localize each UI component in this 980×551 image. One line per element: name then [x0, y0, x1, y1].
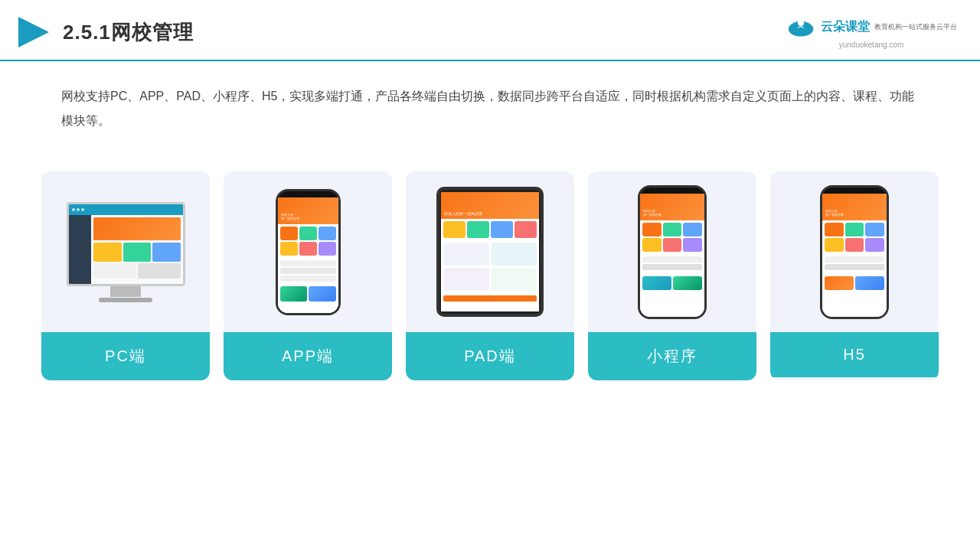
header-left: 2.5.1网校管理: [15, 14, 194, 51]
pc-monitor: [67, 202, 185, 302]
logo-url: yunduoketang.com: [839, 41, 904, 49]
card-h5: 职途人的第一堂风控课: [770, 171, 939, 380]
card-h5-label: H5: [770, 332, 939, 377]
card-miniapp-image: 职途人的第一堂风控课: [588, 171, 756, 332]
logo-text: 云朵课堂: [821, 19, 870, 35]
tablet-mockup: 职途人的第一堂风控课: [436, 187, 544, 317]
cards-container: PC端 职途人的第一堂风控课: [0, 156, 980, 396]
card-pad: 职途人的第一堂风控课: [406, 171, 574, 380]
card-pc-label: PC端: [41, 332, 210, 380]
card-miniapp-label: 小程序: [588, 332, 756, 380]
card-h5-image: 职途人的第一堂风控课: [770, 171, 939, 332]
card-pc: PC端: [41, 171, 210, 380]
svg-marker-0: [18, 17, 49, 47]
monitor-base: [99, 298, 152, 302]
card-app: 职途人的第一堂风控课: [224, 171, 392, 380]
logo-area: 云朵课堂 教育机构一站式服务云平台 yunduoketang.com: [786, 16, 957, 49]
card-pc-image: [41, 171, 210, 332]
header: 2.5.1网校管理 云朵课堂 教育机构一站式服务云平台 yunduoketang…: [0, 0, 980, 61]
phone-mockup-h5: 职途人的第一堂风控课: [820, 185, 889, 319]
svg-point-6: [801, 24, 813, 34]
svg-point-5: [789, 24, 801, 34]
logo-cloud: 云朵课堂 教育机构一站式服务云平台: [786, 16, 957, 39]
play-icon: [15, 14, 52, 51]
monitor-stand: [110, 286, 141, 297]
phone-mockup-app: 职途人的第一堂风控课: [276, 189, 341, 315]
pc-screen-content: [69, 204, 183, 284]
card-pad-label: PAD端: [406, 332, 574, 380]
card-app-image: 职途人的第一堂风控课: [224, 171, 392, 332]
logo-sub-text: 教育机构一站式服务云平台: [874, 22, 957, 32]
description-text: 网校支持PC、APP、PAD、小程序、H5，实现多端打通，产品各终端自由切换，数…: [0, 61, 980, 148]
card-app-label: APP端: [224, 332, 392, 380]
description-content: 网校支持PC、APP、PAD、小程序、H5，实现多端打通，产品各终端自由切换，数…: [61, 90, 914, 127]
monitor-screen: [67, 202, 185, 286]
card-miniapp: 职途人的第一堂风控课: [588, 171, 756, 380]
card-pad-image: 职途人的第一堂风控课: [406, 171, 574, 332]
page-title: 2.5.1网校管理: [63, 19, 194, 46]
cloud-logo-icon: [786, 16, 816, 39]
svg-point-7: [798, 20, 804, 26]
phone-mockup-miniapp: 职途人的第一堂风控课: [638, 185, 707, 319]
